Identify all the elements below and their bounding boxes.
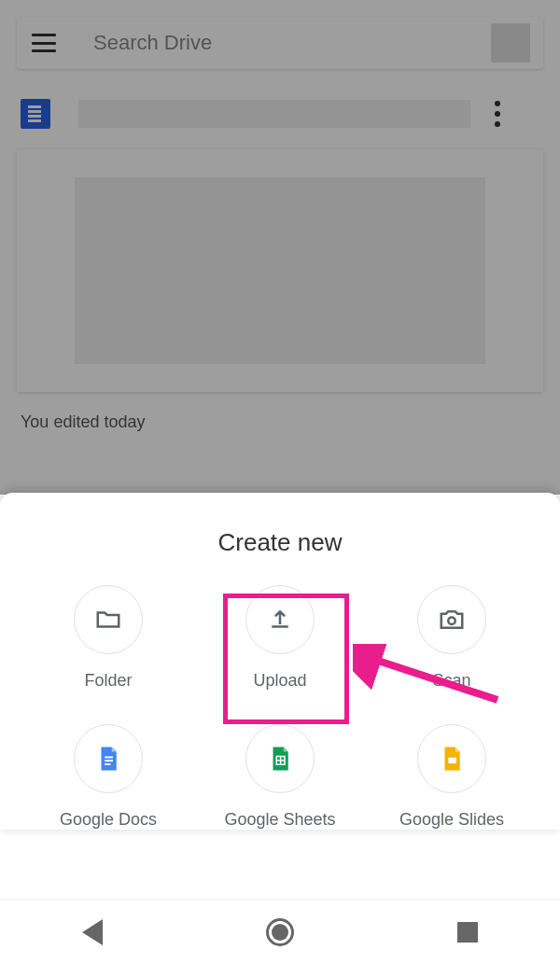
folder-icon	[74, 585, 143, 654]
google-sheets-icon	[245, 724, 315, 793]
svg-point-0	[448, 618, 455, 625]
create-new-sheet: Create new Folder Upload Scan	[0, 493, 560, 830]
create-folder-tile[interactable]: Folder	[22, 585, 194, 691]
android-navbar	[0, 899, 560, 964]
create-sheets-tile[interactable]: Google Sheets	[194, 724, 366, 830]
file-preview-card[interactable]	[17, 149, 543, 392]
search-bar[interactable]: Search Drive	[17, 17, 543, 69]
edit-status-text: You edited today	[0, 392, 560, 432]
upload-icon	[245, 585, 315, 654]
sheet-title: Create new	[0, 493, 560, 585]
create-slides-tile[interactable]: Google Slides	[366, 724, 538, 830]
menu-icon[interactable]	[32, 34, 58, 52]
tile-label: Scan	[432, 671, 470, 691]
tile-label: Google Sheets	[224, 810, 335, 830]
tile-label: Google Docs	[60, 810, 157, 830]
tile-label: Google Slides	[399, 810, 504, 830]
create-upload-tile[interactable]: Upload	[194, 585, 366, 691]
camera-icon	[417, 585, 486, 654]
nav-recent-icon[interactable]	[457, 922, 478, 943]
avatar[interactable]	[491, 23, 530, 63]
svg-rect-2	[105, 760, 113, 761]
nav-home-icon[interactable]	[266, 918, 294, 946]
nav-back-icon[interactable]	[82, 919, 103, 945]
google-docs-icon	[74, 724, 143, 793]
docs-icon	[21, 99, 50, 129]
file-preview-thumbnail	[75, 177, 485, 364]
create-options-grid: Folder Upload Scan	[0, 585, 560, 830]
svg-rect-3	[105, 763, 110, 765]
create-docs-tile[interactable]: Google Docs	[22, 724, 194, 830]
tile-label: Upload	[253, 671, 306, 691]
search-placeholder: Search Drive	[93, 31, 491, 55]
more-options-icon[interactable]	[489, 95, 506, 133]
svg-rect-1	[105, 757, 113, 759]
file-title-placeholder	[78, 100, 470, 128]
file-header-row	[0, 86, 560, 133]
svg-rect-7	[448, 758, 456, 763]
google-slides-icon	[417, 724, 486, 793]
create-scan-tile[interactable]: Scan	[366, 585, 538, 691]
tile-label: Folder	[84, 671, 132, 691]
